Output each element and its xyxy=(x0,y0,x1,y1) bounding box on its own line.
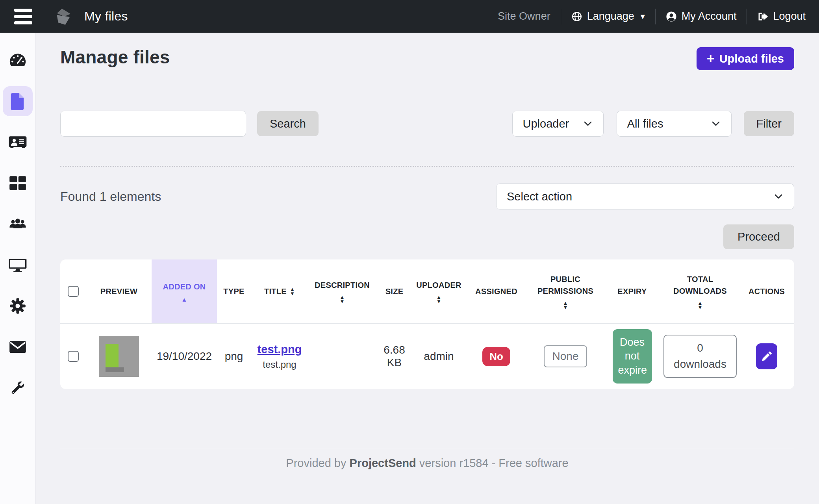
globe-icon xyxy=(571,11,582,22)
uploader-dropdown-value: Uploader xyxy=(523,117,569,130)
chevron-down-icon xyxy=(711,120,721,127)
projectsend-logo xyxy=(54,7,72,26)
caret-down-icon: ▾ xyxy=(641,12,645,21)
mail-icon xyxy=(9,338,27,356)
page-window-title: My files xyxy=(84,9,128,24)
sidebar-item-options[interactable] xyxy=(3,291,33,321)
file-preview-thumbnail[interactable] xyxy=(99,336,139,377)
column-header-added-on[interactable]: ADDED ON ▲ xyxy=(152,259,217,323)
chevron-down-icon xyxy=(773,193,784,200)
dashboard-icon xyxy=(9,51,27,69)
sidebar-item-clients[interactable] xyxy=(3,127,33,157)
cell-description xyxy=(308,324,376,389)
sort-icon: ▲▼ xyxy=(339,295,345,304)
sidebar-item-email[interactable] xyxy=(3,332,33,362)
pencil-icon xyxy=(762,351,772,361)
cell-size: 6.68 KB xyxy=(376,324,413,389)
sidebar-item-files[interactable] xyxy=(3,86,33,116)
wrench-icon xyxy=(9,379,27,397)
navbar-divider xyxy=(561,9,561,24)
sidebar xyxy=(0,33,35,504)
logout-label: Logout xyxy=(773,10,806,22)
filter-button[interactable]: Filter xyxy=(744,111,794,136)
uploader-dropdown[interactable]: Uploader xyxy=(512,111,604,137)
column-header-expiry: EXPIRY xyxy=(603,259,661,323)
chevron-down-icon xyxy=(583,120,593,127)
upload-files-button[interactable]: + Upload files xyxy=(697,47,794,70)
file-type-dropdown-value: All files xyxy=(627,117,663,130)
footer-text: Provided by ProjectSend version r1584 - … xyxy=(60,457,794,470)
navbar-divider xyxy=(655,9,656,24)
sidebar-item-templates[interactable] xyxy=(3,250,33,280)
file-type-dropdown[interactable]: All files xyxy=(617,111,732,137)
top-navbar: My files Site Owner Language ▾ My Accoun… xyxy=(0,0,819,33)
assigned-status-badge: No xyxy=(482,347,510,366)
plus-icon: + xyxy=(707,52,715,65)
public-permissions-button[interactable]: None xyxy=(544,345,587,367)
language-label: Language xyxy=(587,10,634,22)
user-circle-icon xyxy=(666,11,677,22)
column-header-total-downloads[interactable]: TOTAL DOWNLOADS ▲▼ xyxy=(661,259,739,323)
gear-icon xyxy=(9,297,27,315)
grid-icon xyxy=(9,174,27,192)
downloads-count: 0 xyxy=(674,340,726,356)
downloads-label: downloads xyxy=(674,356,726,372)
column-header-title[interactable]: TITLE ▲▼ xyxy=(251,259,308,323)
table-row: 19/10/2022 png test.png test.png 6.68 KB… xyxy=(60,324,794,389)
desktop-icon xyxy=(9,256,27,274)
navbar-divider xyxy=(747,9,747,24)
select-action-dropdown[interactable]: Select action xyxy=(496,183,794,209)
column-header-size: SIZE xyxy=(376,259,413,323)
file-title-link[interactable]: test.png xyxy=(258,343,302,356)
cell-added-on: 19/10/2022 xyxy=(152,324,217,389)
column-header-description[interactable]: DESCRIPTION ▲▼ xyxy=(308,259,376,323)
sidebar-item-users[interactable] xyxy=(3,209,33,239)
menu-toggle-icon[interactable] xyxy=(13,7,33,26)
sidebar-item-dashboard[interactable] xyxy=(3,45,33,75)
sort-icon: ▲▼ xyxy=(436,295,441,304)
users-icon xyxy=(9,215,27,233)
search-input[interactable] xyxy=(60,111,246,137)
column-header-uploader[interactable]: UPLOADER ▲▼ xyxy=(413,259,465,323)
sidebar-item-tools[interactable] xyxy=(3,373,33,403)
proceed-button[interactable]: Proceed xyxy=(723,224,794,249)
logout-menu[interactable]: Logout xyxy=(757,10,806,22)
sort-icon: ▲▼ xyxy=(563,301,568,309)
language-menu[interactable]: Language ▾ xyxy=(571,10,645,22)
downloads-count-button[interactable]: 0 downloads xyxy=(663,335,737,378)
my-account-label: My Account xyxy=(682,10,737,22)
search-button[interactable]: Search xyxy=(257,111,319,136)
logout-icon xyxy=(757,11,768,22)
edit-file-button[interactable] xyxy=(756,343,777,369)
footer-divider xyxy=(60,448,794,448)
address-card-icon xyxy=(9,133,27,151)
table-header-row: PREVIEW ADDED ON ▲ TYPE TITLE ▲▼ DESCRIP… xyxy=(60,259,794,324)
select-all-checkbox[interactable] xyxy=(68,286,79,297)
column-header-type: TYPE xyxy=(217,259,251,323)
site-owner-label: Site Owner xyxy=(498,10,550,22)
thumbnail-image-shadow xyxy=(106,367,124,372)
row-checkbox[interactable] xyxy=(68,351,79,362)
cell-type: png xyxy=(217,324,251,389)
column-header-public-permissions[interactable]: PUBLIC PERMISSIONS ▲▼ xyxy=(528,259,603,323)
file-name: test.png xyxy=(263,359,296,370)
expiry-badge: Does not expire xyxy=(613,329,652,383)
my-account-menu[interactable]: My Account xyxy=(666,10,737,22)
dotted-divider xyxy=(60,166,794,167)
files-table: PREVIEW ADDED ON ▲ TYPE TITLE ▲▼ DESCRIP… xyxy=(60,259,794,389)
page-title: Manage files xyxy=(60,46,170,68)
sort-icon: ▲▼ xyxy=(290,287,295,296)
files-icon xyxy=(9,92,27,110)
cell-uploader: admin xyxy=(413,324,465,389)
sidebar-item-groups[interactable] xyxy=(3,168,33,198)
column-header-assigned: ASSIGNED xyxy=(465,259,528,323)
upload-files-label: Upload files xyxy=(719,52,784,65)
thumbnail-image-content xyxy=(106,344,119,367)
projectsend-link[interactable]: ProjectSend xyxy=(350,457,416,469)
main-content: Manage files + Upload files Search Uploa… xyxy=(35,33,819,504)
select-action-value: Select action xyxy=(507,190,572,203)
sort-icon: ▲▼ xyxy=(697,301,702,309)
column-header-actions: ACTIONS xyxy=(739,259,794,323)
results-count: Found 1 elements xyxy=(60,189,161,204)
sort-asc-icon: ▲ xyxy=(181,296,187,302)
